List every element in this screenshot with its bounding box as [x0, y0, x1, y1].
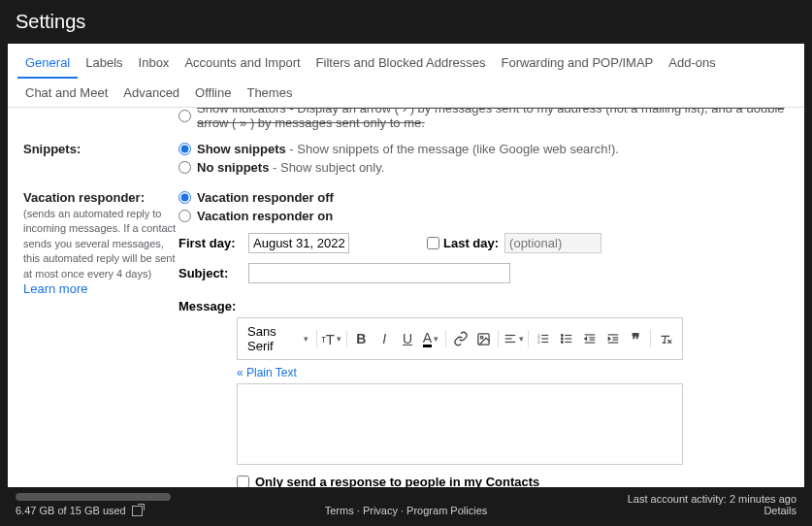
tab-general[interactable]: General — [17, 49, 78, 79]
snippets-label: Snippets: — [23, 142, 179, 156]
message-editor[interactable] — [237, 383, 683, 465]
last-day-input[interactable] — [504, 233, 601, 253]
privacy-link[interactable]: Privacy — [363, 505, 398, 516]
message-label: Message: — [179, 299, 244, 313]
first-day-label: First day: — [179, 236, 244, 250]
tab-chat[interactable]: Chat and Meet — [17, 79, 115, 107]
subject-input[interactable] — [248, 263, 510, 283]
tab-addons[interactable]: Add-ons — [661, 49, 723, 79]
vacation-learn-more-link[interactable]: Learn more — [23, 281, 179, 296]
storage-text: 6.47 GB of 15 GB used — [16, 505, 126, 516]
bullet-list-button[interactable] — [556, 327, 577, 350]
settings-tabs: General Labels Inbox Accounts and Import… — [8, 44, 804, 108]
link-button[interactable] — [450, 327, 471, 350]
contacts-only-label: Only send a response to people in my Con… — [255, 475, 539, 487]
italic-button[interactable]: I — [374, 327, 395, 350]
bold-button[interactable]: B — [350, 327, 372, 350]
tab-forwarding[interactable]: Forwarding and POP/IMAP — [493, 49, 661, 79]
footer: 6.47 GB of 15 GB used Terms · Privacy · … — [0, 487, 812, 526]
svg-point-15 — [561, 338, 563, 340]
indent-less-button[interactable] — [579, 327, 601, 350]
first-day-input[interactable] — [248, 233, 349, 253]
svg-point-16 — [561, 342, 563, 344]
last-day-label: Last day: — [443, 236, 499, 250]
tab-offline[interactable]: Offline — [187, 79, 239, 107]
image-button[interactable] — [473, 327, 495, 350]
no-snippets-radio[interactable] — [179, 161, 191, 174]
tab-inbox[interactable]: Inbox — [131, 49, 178, 79]
tab-accounts[interactable]: Accounts and Import — [177, 49, 308, 79]
subject-label: Subject: — [179, 266, 244, 280]
show-indicators-radio[interactable] — [179, 110, 191, 122]
align-button[interactable]: ▾ — [503, 327, 524, 350]
vacation-off-radio[interactable] — [179, 191, 191, 204]
svg-point-1 — [480, 336, 483, 339]
svg-point-14 — [561, 335, 563, 337]
quote-button[interactable]: ❞ — [625, 327, 646, 350]
vacation-label: Vacation responder: — [23, 190, 179, 205]
svg-text:3: 3 — [537, 340, 540, 345]
terms-link[interactable]: Terms — [325, 505, 354, 516]
plain-text-link[interactable]: « Plain Text — [237, 366, 789, 379]
indent-more-button[interactable] — [602, 327, 624, 350]
format-toolbar: Sans Serif▾ тT▾ B I U A▾ — [237, 317, 683, 360]
tab-advanced[interactable]: Advanced — [115, 79, 187, 107]
show-snippets-radio[interactable] — [179, 143, 191, 155]
last-day-checkbox[interactable] — [427, 237, 439, 249]
tab-labels[interactable]: Labels — [78, 49, 130, 79]
text-color-button[interactable]: A▾ — [420, 327, 441, 350]
horizontal-scrollbar[interactable] — [16, 493, 171, 501]
remove-format-button[interactable] — [655, 327, 676, 350]
indicators-cutoff-row: Show indicators - Display an arrow ( › )… — [179, 108, 789, 130]
svg-line-26 — [664, 336, 665, 343]
vacation-desc: (sends an automated reply to incoming me… — [23, 207, 179, 281]
font-size-button[interactable]: тT▾ — [321, 327, 342, 350]
page-title: Settings — [0, 0, 812, 44]
underline-button[interactable]: U — [397, 327, 418, 350]
vacation-on-radio[interactable] — [179, 210, 191, 222]
tab-filters[interactable]: Filters and Blocked Addresses — [309, 49, 494, 79]
numbered-list-button[interactable]: 123 — [533, 327, 554, 350]
policies-link[interactable]: Program Policies — [406, 505, 487, 516]
contacts-only-checkbox[interactable] — [237, 476, 249, 487]
details-link[interactable]: Details — [763, 505, 796, 516]
external-link-icon[interactable] — [132, 506, 143, 516]
tab-themes[interactable]: Themes — [239, 79, 300, 107]
font-family-select[interactable]: Sans Serif▾ — [244, 322, 312, 355]
activity-text: Last account activity: 2 minutes ago — [628, 493, 796, 505]
